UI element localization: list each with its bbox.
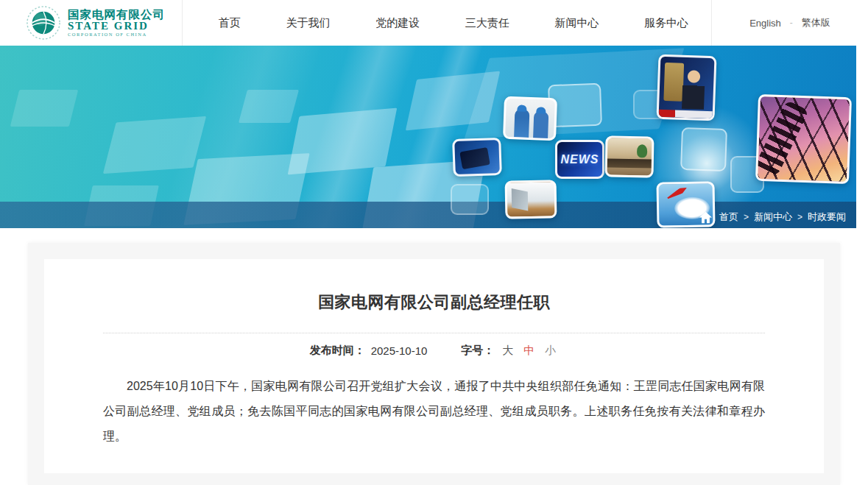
- logo-text: 国家电网有限公司 STATE GRID CORPORATION OF CHINA: [68, 9, 165, 38]
- breadcrumb-news-center[interactable]: 新闻中心: [754, 210, 792, 224]
- mosaic-tile: [239, 90, 299, 123]
- nav-item-party-building[interactable]: 党的建设: [375, 16, 420, 30]
- breadcrumb-home[interactable]: 首页: [719, 210, 738, 224]
- mosaic-tile: [288, 107, 398, 174]
- nav-item-news-center[interactable]: 新闻中心: [554, 16, 599, 30]
- photo-tile-power-lines: [755, 94, 852, 184]
- lang-traditional-link[interactable]: 繁体版: [802, 16, 830, 29]
- breadcrumb-separator: >: [744, 212, 749, 222]
- news-tile-label: NEWS: [561, 153, 599, 166]
- nav-item-home[interactable]: 首页: [219, 16, 241, 30]
- photo-tile-tv-anchor: [656, 54, 716, 121]
- mosaic-tile: [406, 71, 500, 130]
- publish-time-label: 发布时间：: [310, 344, 365, 358]
- article-title: 国家电网有限公司副总经理任职: [103, 291, 765, 314]
- nav-item-responsibilities[interactable]: 三大责任: [465, 16, 509, 30]
- logo-cn-name: 国家电网有限公司: [68, 9, 165, 21]
- home-icon[interactable]: [699, 211, 713, 224]
- article-body: 2025年10月10日下午，国家电网有限公司召开党组扩大会议，通报了中共中央组织…: [103, 374, 765, 449]
- mosaic-tile: [103, 116, 206, 174]
- state-grid-globe-icon: [27, 6, 60, 40]
- mosaic-tile: [10, 90, 78, 127]
- lang-divider: -: [790, 18, 793, 28]
- photo-tile-camera: [452, 138, 502, 177]
- language-switcher: English - 繁体版: [712, 0, 868, 46]
- dotted-divider: [103, 333, 765, 333]
- breadcrumb: 首页 > 新闻中心 > 时政要闻: [699, 210, 846, 224]
- light-ray: [272, 46, 426, 228]
- article-meta: 发布时间： 2025-10-10 字号： 大 中 小: [103, 344, 765, 358]
- nav-item-service-center[interactable]: 服务中心: [644, 16, 688, 30]
- light-ray: [146, 46, 325, 228]
- photo-tile-meeting: [605, 135, 654, 177]
- glass-tile: [680, 127, 727, 171]
- font-size-label: 字号：: [461, 344, 494, 358]
- photo-tile-exhibition-hall: [505, 180, 557, 219]
- hero-banner: NEWS 首页 > 新闻中心 > 时政要闻: [0, 46, 856, 228]
- photo-tile-workers: [503, 96, 557, 141]
- photo-tile-news-graphic: NEWS: [555, 140, 604, 179]
- article-card: 国家电网有限公司副总经理任职 发布时间： 2025-10-10 字号： 大 中 …: [44, 259, 824, 473]
- font-size-large-button[interactable]: 大: [502, 344, 513, 358]
- publish-date: 2025-10-10: [371, 344, 428, 357]
- breadcrumb-current-politics[interactable]: 时政要闻: [808, 210, 846, 224]
- nav-item-about[interactable]: 关于我们: [286, 16, 330, 30]
- logo-en-name: STATE GRID: [68, 21, 165, 32]
- logo[interactable]: 国家电网有限公司 STATE GRID CORPORATION OF CHINA: [0, 0, 182, 46]
- glass-tile: [451, 184, 489, 215]
- site-header: 国家电网有限公司 STATE GRID CORPORATION OF CHINA…: [0, 0, 868, 46]
- header-divider-left: [182, 0, 183, 46]
- breadcrumb-separator: >: [797, 212, 802, 222]
- font-size-small-button[interactable]: 小: [545, 344, 556, 358]
- lang-english-link[interactable]: English: [749, 18, 781, 29]
- article-container: 国家电网有限公司副总经理任职 发布时间： 2025-10-10 字号： 大 中 …: [28, 243, 840, 485]
- main-nav: 首页 关于我们 党的建设 三大责任 新闻中心 服务中心: [196, 0, 711, 46]
- logo-en-subtitle: CORPORATION OF CHINA: [68, 32, 165, 38]
- font-size-medium-button[interactable]: 中: [523, 344, 534, 358]
